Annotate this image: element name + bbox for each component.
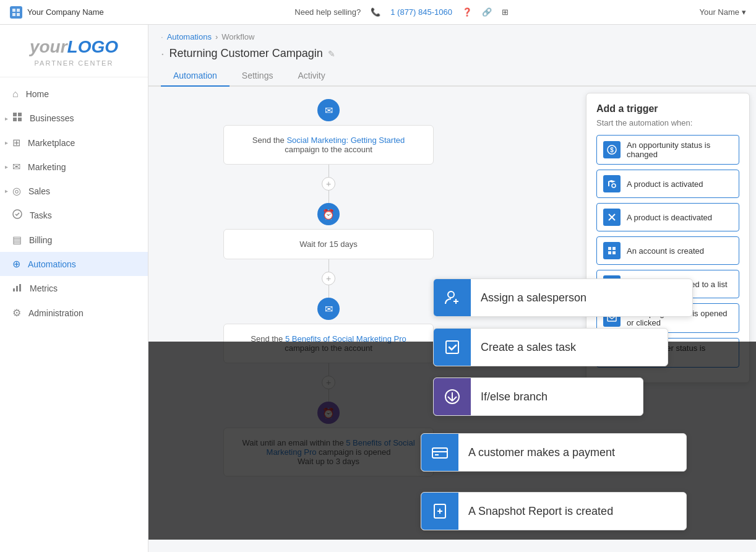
sidebar-item-label: Businesses: [30, 113, 74, 123]
logo-light: your: [30, 37, 67, 56]
page-title-dot: ·: [161, 46, 165, 61]
arrow-icon: ▸: [5, 139, 8, 146]
sidebar-item-label: Administration: [28, 308, 84, 318]
customer-payment-icon: [421, 434, 458, 471]
sidebar-item-label: Billing: [29, 235, 52, 245]
company-name: Your Company Name: [27, 7, 104, 17]
add-step-1[interactable]: +: [322, 177, 335, 191]
automations-icon: ⊕: [12, 258, 20, 270]
svg-rect-5: [18, 113, 22, 116]
step1-link[interactable]: Social Marketing: Getting Started: [286, 136, 405, 145]
svg-point-29: [448, 291, 454, 298]
company-icon: [10, 6, 22, 19]
svg-rect-6: [13, 118, 17, 121]
phone-icon: 📞: [371, 7, 380, 17]
action-card-if-else[interactable]: If/else branch: [433, 377, 643, 416]
sidebar-item-billing[interactable]: ▤ Billing: [0, 228, 148, 252]
breadcrumb-parent[interactable]: Automations: [167, 32, 212, 41]
snapshot-report-label: A Snapshot Report is created: [458, 505, 623, 518]
sidebar-item-metrics[interactable]: Metrics: [0, 276, 148, 301]
logo-bold: LOGO: [67, 37, 118, 56]
sidebar-item-label: Marketplace: [28, 138, 75, 148]
svg-rect-39: [435, 454, 439, 455]
trigger-icon: [603, 175, 621, 192]
main-content: · Automations › Workflow · Returning Cus…: [148, 25, 756, 552]
sales-icon: ◎: [12, 185, 21, 197]
tab-activity[interactable]: Activity: [285, 66, 337, 87]
svg-text:$: $: [610, 147, 614, 153]
trigger-label: A product is activated: [627, 179, 703, 189]
sidebar-item-label: Home: [26, 89, 49, 99]
grid-icon[interactable]: ⊞: [502, 7, 509, 17]
svg-rect-19: [608, 251, 611, 254]
sidebar-item-businesses[interactable]: ▸ Businesses: [0, 106, 148, 131]
svg-rect-18: [612, 247, 616, 250]
step2-text: Wait for 15 days: [299, 239, 357, 249]
snapshot-report-icon: [421, 493, 458, 530]
svg-rect-9: [13, 288, 15, 291]
trigger-label: An opportunity status is changed: [627, 140, 732, 159]
chevron-down-icon: ▾: [742, 7, 746, 17]
svg-rect-20: [612, 251, 616, 254]
page-title: Returning Customer Campagin: [170, 47, 323, 60]
sidebar-item-automations[interactable]: ⊕ Automations: [0, 252, 148, 276]
sidebar-item-marketing[interactable]: ▸ ✉ Marketing: [0, 155, 148, 179]
top-navigation: Your Company Name Need help selling? 📞 1…: [0, 0, 756, 25]
step3-icon: ✉: [317, 298, 340, 320]
user-menu[interactable]: Your Name ▾: [699, 7, 746, 17]
breadcrumb: · Automations › Workflow: [148, 25, 756, 41]
sidebar: yourLOGO PARTNER CENTER ⌂ Home ▸ Busines…: [0, 25, 148, 552]
workflow-step-2[interactable]: Wait for 15 days: [223, 229, 434, 259]
trigger-account-created[interactable]: An account is created: [596, 236, 739, 265]
sidebar-item-label: Automations: [28, 259, 76, 269]
help-icon[interactable]: ❓: [462, 7, 472, 17]
connector-1b: [329, 191, 329, 203]
trigger-label: A product is deactivated: [627, 213, 712, 222]
add-step-2[interactable]: +: [322, 272, 335, 285]
trigger-icon: $: [603, 141, 621, 158]
sidebar-item-marketplace[interactable]: ▸ ⊞ Marketplace: [0, 131, 148, 155]
tabs-bar: Automation Settings Activity: [148, 66, 756, 87]
assign-salesperson-icon: [434, 279, 471, 316]
company-info: Your Company Name: [10, 6, 104, 19]
workflow-step-1[interactable]: Send the Social Marketing: Getting Start…: [223, 125, 434, 165]
svg-rect-17: [608, 247, 611, 250]
action-card-snapshot-report[interactable]: A Snapshot Report is created: [421, 492, 687, 530]
tab-automation[interactable]: Automation: [161, 66, 230, 87]
businesses-icon: [12, 112, 22, 124]
sidebar-item-administration[interactable]: ⚙ Administration: [0, 301, 148, 325]
link-icon[interactable]: 🔗: [482, 7, 492, 17]
svg-rect-2: [12, 13, 15, 16]
arrow-icon: ▸: [5, 163, 8, 170]
action-card-customer-payment[interactable]: A customer makes a payment: [421, 433, 687, 472]
if-else-label: If/else branch: [471, 390, 557, 403]
create-sales-task-label: Create a sales task: [471, 341, 586, 354]
sidebar-item-label: Sales: [28, 186, 50, 196]
administration-icon: ⚙: [12, 307, 21, 319]
edit-icon[interactable]: ✎: [328, 49, 335, 59]
connector-2b: [329, 285, 329, 298]
svg-rect-11: [19, 284, 21, 291]
home-icon: ⌂: [12, 88, 19, 100]
trigger-product-deactivated[interactable]: A product is deactivated: [596, 203, 739, 231]
sidebar-item-tasks[interactable]: Tasks: [0, 203, 148, 228]
sidebar-item-sales[interactable]: ▸ ◎ Sales: [0, 179, 148, 203]
action-card-assign-salesperson[interactable]: Assign a salesperson: [433, 278, 693, 317]
trigger-opp-status[interactable]: $ An opportunity status is changed: [596, 135, 739, 165]
svg-rect-1: [17, 9, 20, 12]
phone-number[interactable]: 1 (877) 845-1060: [390, 7, 452, 17]
trigger-icon: [603, 242, 621, 259]
nav-center: Need help selling? 📞 1 (877) 845-1060 ❓ …: [294, 7, 509, 17]
content-area: ✉ Send the Social Marketing: Getting Sta…: [148, 87, 756, 540]
svg-rect-10: [16, 286, 18, 291]
sidebar-item-home[interactable]: ⌂ Home: [0, 82, 148, 106]
svg-rect-7: [18, 118, 22, 121]
action-card-create-sales-task[interactable]: Create a sales task: [433, 328, 668, 366]
tab-settings[interactable]: Settings: [230, 66, 286, 87]
svg-rect-37: [432, 448, 447, 458]
trigger-product-activated[interactable]: A product is activated: [596, 170, 739, 198]
sidebar-item-label: Tasks: [30, 210, 52, 220]
trigger-label: An account is created: [627, 246, 704, 256]
sidebar-item-label: Marketing: [28, 162, 66, 172]
main-navigation: ⌂ Home ▸ Businesses ▸ ⊞ Marketplace ▸ ✉ …: [0, 77, 148, 552]
